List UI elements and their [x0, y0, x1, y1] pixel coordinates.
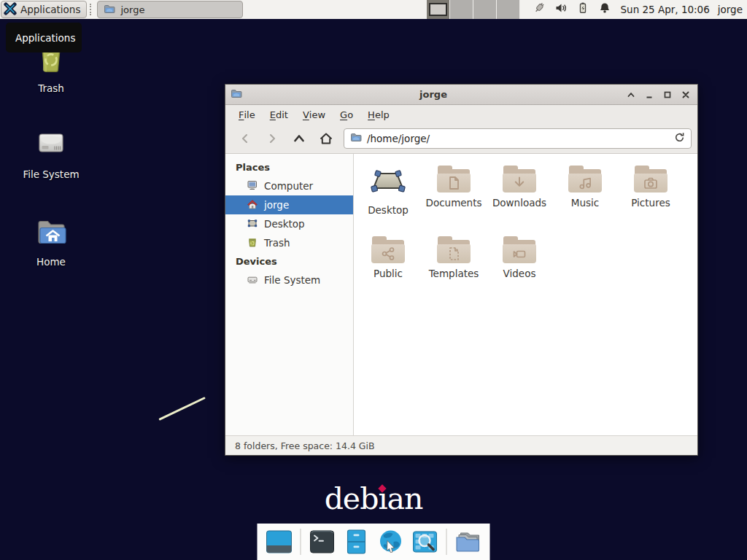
- status-bar: 8 folders, Free space: 14.4 GiB: [225, 435, 697, 455]
- plug-icon[interactable]: [533, 1, 546, 18]
- workspace-switcher: [427, 0, 520, 19]
- template-emblem-icon: [446, 246, 462, 262]
- folder-launcher[interactable]: [455, 529, 481, 555]
- taskbar-window-label: jorge: [120, 4, 144, 15]
- menu-view[interactable]: View: [295, 105, 333, 124]
- videos-folder-icon: [503, 236, 536, 264]
- desktop-scratch-line: [158, 397, 205, 421]
- camera-emblem-icon: [643, 175, 659, 191]
- top-panel: Applications jorge: [0, 0, 747, 19]
- window-titlebar[interactable]: jorge: [225, 85, 697, 105]
- xfce-logo-icon: [4, 2, 17, 18]
- reload-icon[interactable]: [674, 132, 685, 146]
- minimize-button[interactable]: [643, 88, 656, 101]
- workspace-2[interactable]: [450, 0, 473, 19]
- sidebar-item-label: jorge: [264, 199, 289, 211]
- menu-file[interactable]: File: [231, 105, 263, 124]
- show-desktop-button[interactable]: [266, 529, 293, 555]
- pictures-folder-icon: [634, 166, 667, 193]
- back-button[interactable]: [231, 128, 258, 149]
- desktop-icon-home[interactable]: Home: [16, 214, 86, 268]
- home-button[interactable]: [312, 128, 339, 149]
- forward-button[interactable]: [258, 128, 285, 149]
- desktop-icon: [247, 217, 258, 231]
- sidebar-item-trash[interactable]: Trash: [225, 233, 353, 252]
- menu-go[interactable]: Go: [333, 105, 360, 124]
- folder-item-label: Documents: [426, 197, 482, 209]
- taskbar-window-button[interactable]: jorge: [97, 1, 243, 18]
- web-browser-launcher[interactable]: [378, 529, 404, 555]
- folder-item-label: Music: [571, 197, 599, 209]
- desktop-icon-label: File System: [16, 168, 86, 180]
- trash-icon: [247, 236, 258, 250]
- video-emblem-icon: [511, 246, 527, 262]
- shade-button[interactable]: [624, 88, 638, 101]
- battery-icon[interactable]: [576, 1, 589, 18]
- home-icon: [247, 198, 258, 212]
- status-text: 8 folders, Free space: 14.4 GiB: [235, 440, 375, 451]
- panel-clock[interactable]: Sun 25 Apr, 10:06: [621, 4, 710, 15]
- templates-folder-icon: [437, 236, 471, 264]
- folder-item-label: Pictures: [631, 197, 670, 209]
- folder-icon: [104, 3, 115, 17]
- share-emblem-icon: [380, 246, 396, 262]
- folder-item-label: Public: [374, 268, 403, 279]
- sidebar-item-computer[interactable]: Computer: [225, 176, 353, 195]
- folder-item-downloads[interactable]: Downloads: [487, 160, 552, 230]
- desktop-icon-file-system[interactable]: File System: [16, 126, 86, 180]
- folder-item-documents[interactable]: Documents: [421, 160, 487, 230]
- sidebar-item-label: Computer: [264, 180, 313, 192]
- music-emblem-icon: [577, 175, 593, 191]
- address-folder-icon: [350, 131, 362, 146]
- workspace-3[interactable]: [473, 0, 497, 19]
- sidebar-item-file-system[interactable]: File System: [225, 271, 353, 289]
- menu-help[interactable]: Help: [360, 105, 397, 124]
- window-title: jorge: [242, 89, 624, 100]
- documents-folder-icon: [437, 166, 471, 193]
- address-path[interactable]: /home/jorge/: [367, 133, 669, 144]
- menu-edit[interactable]: Edit: [263, 105, 295, 124]
- workspace-4[interactable]: [497, 0, 520, 19]
- workspace-window-preview: [429, 3, 447, 16]
- terminal-launcher[interactable]: [309, 529, 336, 555]
- desktop-surface-icon: [371, 163, 406, 201]
- applications-tooltip: Applications: [6, 23, 82, 52]
- panel-grip: [90, 4, 96, 15]
- toolbar: /home/jorge/: [225, 124, 697, 154]
- dock-separator: [301, 529, 301, 555]
- download-emblem-icon: [511, 175, 527, 191]
- tooltip-text: Applications: [15, 32, 75, 44]
- file-manager-launcher[interactable]: [344, 529, 370, 555]
- app-finder-launcher[interactable]: [412, 529, 438, 555]
- folder-view[interactable]: Desktop Documents Download: [354, 154, 697, 435]
- sidebar-item-desktop[interactable]: Desktop: [225, 214, 353, 233]
- sidebar-item-jorge[interactable]: jorge: [225, 195, 353, 214]
- menu-bar: File Edit View Go Help: [225, 105, 697, 124]
- file-manager-window: jorge File Edit View Go Help: [225, 84, 698, 456]
- address-bar[interactable]: /home/jorge/: [344, 128, 692, 149]
- downloads-folder-icon: [503, 166, 536, 193]
- applications-menu-button[interactable]: Applications: [1, 1, 87, 18]
- debian-logo: debıan: [0, 481, 747, 516]
- desktop-icon-label: Home: [16, 256, 86, 268]
- close-button[interactable]: [679, 88, 692, 101]
- sidebar: Places Computer: [225, 154, 354, 435]
- folder-item-music[interactable]: Music: [552, 160, 618, 230]
- sidebar-item-label: Trash: [264, 237, 290, 249]
- folder-item-label: Templates: [429, 268, 479, 279]
- folder-item-public[interactable]: Public: [355, 230, 421, 301]
- desktop-icon-label: Trash: [16, 82, 86, 94]
- folder-item-pictures[interactable]: Pictures: [618, 160, 684, 230]
- panel-username[interactable]: jorge: [718, 4, 743, 15]
- volume-icon[interactable]: [554, 1, 568, 18]
- window-folder-icon: [231, 88, 242, 102]
- folder-item-templates[interactable]: Templates: [421, 230, 487, 301]
- workspace-1[interactable]: [427, 0, 450, 19]
- folder-item-videos[interactable]: Videos: [487, 230, 552, 301]
- up-button[interactable]: [285, 128, 312, 149]
- folder-item-label: Downloads: [492, 197, 546, 209]
- maximize-button[interactable]: [661, 88, 674, 101]
- folder-item-desktop[interactable]: Desktop: [355, 160, 421, 230]
- bell-icon[interactable]: [598, 1, 611, 18]
- applications-menu-label: Applications: [20, 4, 80, 15]
